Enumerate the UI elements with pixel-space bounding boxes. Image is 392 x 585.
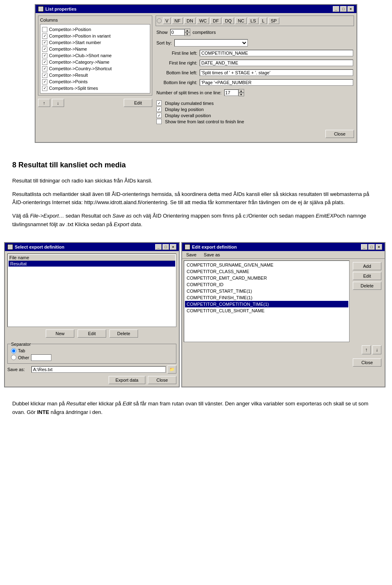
export-item-2[interactable]: COMPETITOR_EMIT_CARD_NUMBER bbox=[185, 275, 348, 281]
filter-nc[interactable]: NC bbox=[235, 18, 247, 24]
file-list-panel[interactable]: File name Resultat bbox=[7, 254, 176, 327]
maximize-button[interactable]: □ bbox=[340, 6, 347, 12]
select-export-titlebar: Select export definition _ □ × bbox=[5, 243, 179, 251]
export-item-1[interactable]: COMPETITOR_CLASS_NAME bbox=[185, 268, 348, 275]
sel-close[interactable]: × bbox=[170, 244, 176, 250]
new-button[interactable]: New bbox=[46, 329, 74, 338]
right-panel: V NF DN WC DF DQ NC LS L SP Show ▲ ▼ bbox=[156, 16, 354, 140]
sel-maximize[interactable]: □ bbox=[163, 244, 169, 250]
list-item[interactable]: Competitor->Country->Shortcut bbox=[42, 65, 148, 72]
minimize-button[interactable]: _ bbox=[333, 6, 339, 12]
bottom-line-left-input[interactable] bbox=[200, 69, 353, 76]
checkbox-9[interactable] bbox=[42, 86, 47, 91]
bottom-italic2: Edit bbox=[122, 400, 131, 407]
list-item[interactable]: Competitors->Split times bbox=[42, 85, 148, 91]
filter-nf[interactable]: NF bbox=[172, 18, 183, 24]
saveas-label: Save as: bbox=[7, 367, 30, 372]
checkbox-4[interactable] bbox=[42, 53, 47, 58]
close-button-edit[interactable]: Close bbox=[353, 358, 381, 367]
export-data-button[interactable]: Export data bbox=[109, 376, 145, 384]
list-item[interactable]: Competitor->Position in variant bbox=[42, 33, 148, 39]
saveas-input[interactable] bbox=[31, 366, 166, 373]
option-cb-0[interactable] bbox=[156, 100, 162, 106]
checkbox-2[interactable] bbox=[42, 40, 47, 45]
checkbox-8[interactable] bbox=[42, 79, 47, 85]
menu-saveas[interactable]: Save as bbox=[202, 252, 222, 258]
edit-button-left[interactable]: Edit bbox=[124, 99, 152, 107]
first-line-left-label: First line left: bbox=[156, 51, 197, 56]
split-spin-box[interactable]: ▲ ▼ bbox=[224, 89, 244, 96]
filter-l[interactable]: L bbox=[260, 18, 267, 24]
split-times-input[interactable] bbox=[224, 89, 238, 96]
split-spin-down[interactable]: ▼ bbox=[238, 93, 244, 96]
menu-save[interactable]: Save bbox=[185, 252, 198, 258]
export-item-7[interactable]: COMPETITOR_CLUB_SHORT_NAME bbox=[185, 307, 348, 314]
checkbox-6[interactable] bbox=[42, 66, 47, 71]
delete-button-select[interactable]: Delete bbox=[109, 329, 138, 338]
filter-ls[interactable]: LS bbox=[248, 18, 258, 24]
option-cb-3[interactable] bbox=[156, 119, 162, 124]
export-item-6[interactable]: COMPETITOR_COMPETITION_TIME(1) bbox=[185, 301, 348, 307]
close-button[interactable]: × bbox=[347, 6, 354, 12]
filter-dn[interactable]: DN bbox=[184, 18, 196, 24]
edit-maximize[interactable]: □ bbox=[368, 244, 375, 250]
down-button[interactable]: ↓ bbox=[52, 99, 64, 107]
filter-wc[interactable]: WC bbox=[197, 18, 209, 24]
checkbox-1[interactable] bbox=[42, 33, 47, 39]
other-input[interactable] bbox=[31, 354, 51, 361]
sortby-select[interactable] bbox=[174, 39, 248, 47]
filter-v[interactable]: V bbox=[163, 18, 171, 24]
checkbox-3[interactable] bbox=[42, 47, 47, 52]
option-cb-2[interactable] bbox=[156, 113, 162, 118]
radio-tab[interactable] bbox=[11, 348, 16, 354]
spin-box[interactable]: ▲ ▼ bbox=[170, 29, 190, 36]
list-item[interactable]: Competitor->Points bbox=[42, 78, 148, 85]
up-button[interactable]: ↑ bbox=[38, 99, 50, 107]
checkbox-7[interactable] bbox=[42, 73, 47, 78]
down-arrow-edit[interactable]: ↓ bbox=[372, 345, 381, 354]
export-item-3[interactable]: COMPETITOR_ID bbox=[185, 281, 348, 288]
filter-df[interactable]: DF bbox=[210, 18, 221, 24]
dialogs-row: Select export definition _ □ × File name… bbox=[0, 242, 392, 387]
spin-down[interactable]: ▼ bbox=[185, 32, 190, 36]
first-line-right-input[interactable] bbox=[200, 60, 353, 66]
add-button-edit[interactable]: Add bbox=[353, 262, 381, 270]
bottom-line-right-input[interactable] bbox=[200, 79, 353, 86]
option-row-2: Display overall position bbox=[156, 113, 353, 118]
export-item-5[interactable]: COMPETITOR_FINISH_TIME(1) bbox=[185, 294, 348, 301]
radio-filter[interactable] bbox=[157, 18, 162, 23]
para1: Resultat till tidningar och radio kan sk… bbox=[12, 177, 380, 185]
list-item[interactable]: Competitor->Position bbox=[42, 26, 148, 33]
list-item[interactable]: Competitor->Start number bbox=[42, 39, 148, 46]
filter-sp[interactable]: SP bbox=[268, 18, 279, 24]
split-spin-up[interactable]: ▲ bbox=[238, 89, 244, 93]
option-cb-1[interactable] bbox=[156, 107, 162, 112]
file-list-item-0[interactable]: Resultat bbox=[9, 261, 175, 267]
columns-list-box[interactable]: Competitor->Position Competitor->Positio… bbox=[40, 24, 150, 93]
list-item[interactable]: Competitor->Club->Short name bbox=[42, 52, 148, 59]
first-line-left-input[interactable] bbox=[200, 50, 353, 56]
show-input[interactable] bbox=[170, 29, 185, 36]
checkbox-5[interactable] bbox=[42, 60, 47, 65]
checkbox-0[interactable] bbox=[42, 27, 47, 32]
edit-button-edit[interactable]: Edit bbox=[353, 272, 381, 280]
spin-up[interactable]: ▲ bbox=[185, 29, 190, 32]
edit-close-titlebar[interactable]: × bbox=[376, 244, 382, 250]
close-button-dialog1[interactable]: Close bbox=[325, 130, 354, 138]
radio-other[interactable] bbox=[11, 355, 16, 360]
list-item[interactable]: Competitor->Result bbox=[42, 72, 148, 78]
export-item-0[interactable]: COMPETITOR_SURNAME_GIVEN_NAME bbox=[185, 262, 348, 268]
export-right-btns: Add Edit Delete bbox=[351, 260, 383, 342]
delete-button-edit[interactable]: Delete bbox=[353, 282, 381, 290]
list-item[interactable]: Competitor->Name bbox=[42, 46, 148, 52]
filter-dq[interactable]: DQ bbox=[223, 18, 234, 24]
up-arrow-edit[interactable]: ↑ bbox=[362, 345, 371, 354]
close-button-select[interactable]: Close bbox=[148, 376, 176, 384]
edit-minimize[interactable]: _ bbox=[361, 244, 368, 250]
browse-button[interactable]: 📁 bbox=[167, 365, 176, 374]
list-item[interactable]: Competitor->Category->Name bbox=[42, 59, 148, 65]
edit-button-select[interactable]: Edit bbox=[78, 329, 106, 338]
sel-minimize[interactable]: _ bbox=[155, 244, 162, 250]
export-item-4[interactable]: COMPETITOR_START_TIME(1) bbox=[185, 288, 348, 294]
export-list-panel[interactable]: COMPETITOR_SURNAME_GIVEN_NAME COMPETITOR… bbox=[184, 260, 350, 342]
